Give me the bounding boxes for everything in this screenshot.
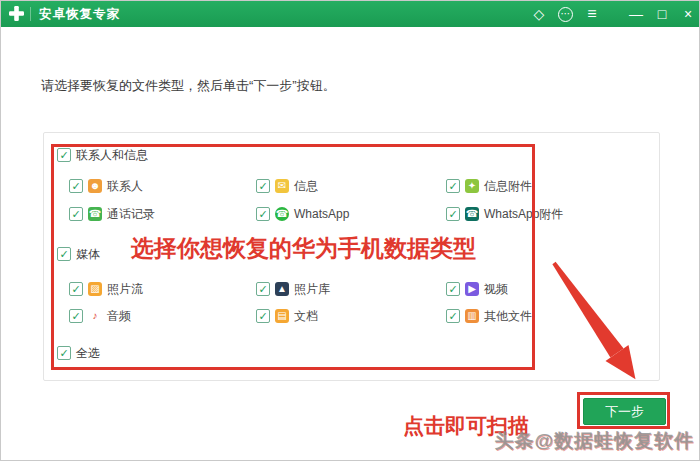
file-type-label: 照片流 xyxy=(107,281,143,298)
file-type-option-other-files[interactable]: ✓ ▥ 其他文件 xyxy=(446,308,532,324)
watermark: 头条@数据蛙恢复软件 xyxy=(494,428,694,454)
checkbox[interactable]: ✓ xyxy=(446,282,460,296)
checkbox[interactable]: ✓ xyxy=(256,282,270,296)
gem-icon[interactable]: ◇ xyxy=(532,1,546,27)
file-type-option-call-logs[interactable]: ✓ ☎ 通话记录 xyxy=(69,206,155,222)
check-icon: ✓ xyxy=(59,150,68,161)
checkbox[interactable]: ✓ xyxy=(69,179,83,193)
check-icon: ✓ xyxy=(258,284,267,295)
app-title: 安卓恢复专家 xyxy=(39,1,120,27)
check-icon: ✓ xyxy=(59,249,68,260)
check-icon: ✓ xyxy=(448,181,457,192)
message-icon: ✉ xyxy=(275,179,289,193)
file-type-label: 信息 xyxy=(294,178,318,195)
photo-stream-icon: ▨ xyxy=(88,282,102,296)
file-type-option-whatsapp[interactable]: ✓ ☎ WhatsApp xyxy=(256,206,349,222)
file-type-option-videos[interactable]: ✓ ▶ 视频 xyxy=(446,281,508,297)
next-button[interactable]: 下一步 xyxy=(583,398,666,425)
step-instruction: 请选择要恢复的文件类型，然后单击“下一步”按钮。 xyxy=(41,77,336,95)
check-icon: ✓ xyxy=(448,209,457,220)
close-button[interactable]: × xyxy=(681,1,695,27)
category-label: 媒体 xyxy=(76,246,100,263)
document-icon: ▤ xyxy=(275,309,289,323)
checkbox[interactable]: ✓ xyxy=(446,309,460,323)
file-type-label: 联系人 xyxy=(107,178,143,195)
app-logo-plus-icon xyxy=(8,5,25,22)
check-icon: ✓ xyxy=(258,311,267,322)
file-type-label: 其他文件 xyxy=(484,308,532,325)
maximize-button[interactable]: □ xyxy=(655,1,669,27)
titlebar-controls: ◇ ⋯ ≡ — □ × xyxy=(532,1,695,27)
check-icon: ✓ xyxy=(71,209,80,220)
file-type-label: 信息附件 xyxy=(484,178,532,195)
call-log-icon: ☎ xyxy=(88,207,102,221)
whatsapp-icon: ☎ xyxy=(275,207,289,221)
other-files-icon: ▥ xyxy=(465,309,479,323)
check-icon: ✓ xyxy=(71,311,80,322)
checkbox[interactable]: ✓ xyxy=(69,309,83,323)
photo-library-icon: ▲ xyxy=(275,282,289,296)
check-icon: ✓ xyxy=(258,181,267,192)
checkbox[interactable]: ✓ xyxy=(69,282,83,296)
select-all-option[interactable]: ✓ 全选 xyxy=(57,345,100,361)
file-type-option-contacts[interactable]: ✓ ☻ 联系人 xyxy=(69,178,143,194)
checkbox[interactable]: ✓ xyxy=(57,247,71,261)
menu-icon[interactable]: ≡ xyxy=(585,1,599,27)
checkbox[interactable]: ✓ xyxy=(446,179,460,193)
category-contacts-and-messages[interactable]: ✓ 联系人和信息 xyxy=(57,147,148,163)
file-type-label: 音频 xyxy=(107,308,131,325)
check-icon: ✓ xyxy=(71,284,80,295)
titlebar-separator xyxy=(30,7,31,21)
file-type-option-message-attachments[interactable]: ✓ ✦ 信息附件 xyxy=(446,178,532,194)
check-icon: ✓ xyxy=(71,181,80,192)
checkbox[interactable]: ✓ xyxy=(57,148,71,162)
category-label: 联系人和信息 xyxy=(76,147,148,164)
file-type-label: WhatsApp附件 xyxy=(484,206,563,223)
minimize-button[interactable]: — xyxy=(629,1,643,27)
app-window: 安卓恢复专家 ◇ ⋯ ≡ — □ × 请选择要恢复的文件类型，然后单击“下一步”… xyxy=(0,0,700,461)
check-icon: ✓ xyxy=(448,311,457,322)
file-type-label: WhatsApp xyxy=(294,207,349,221)
checkbox[interactable]: ✓ xyxy=(446,207,460,221)
video-icon: ▶ xyxy=(465,282,479,296)
file-type-option-photo-library[interactable]: ✓ ▲ 照片库 xyxy=(256,281,330,297)
checkbox[interactable]: ✓ xyxy=(256,207,270,221)
checkbox[interactable]: ✓ xyxy=(256,179,270,193)
checkbox[interactable]: ✓ xyxy=(57,346,71,360)
whatsapp-attachment-icon: ☎ xyxy=(465,207,479,221)
checkbox[interactable]: ✓ xyxy=(256,309,270,323)
annotation-panel-note: 选择你想恢复的华为手机数据类型 xyxy=(131,233,476,264)
file-type-option-photo-stream[interactable]: ✓ ▨ 照片流 xyxy=(69,281,143,297)
file-type-option-documents[interactable]: ✓ ▤ 文档 xyxy=(256,308,318,324)
file-type-option-whatsapp-attachments[interactable]: ✓ ☎ WhatsApp附件 xyxy=(446,206,563,222)
check-icon: ✓ xyxy=(448,284,457,295)
feedback-chat-icon[interactable]: ⋯ xyxy=(558,7,573,22)
check-icon: ✓ xyxy=(59,348,68,359)
check-icon: ✓ xyxy=(258,209,267,220)
file-type-label: 文档 xyxy=(294,308,318,325)
file-type-option-audio[interactable]: ✓ ♪ 音频 xyxy=(69,308,131,324)
category-media[interactable]: ✓ 媒体 xyxy=(57,246,100,262)
file-type-label: 通话记录 xyxy=(107,206,155,223)
checkbox[interactable]: ✓ xyxy=(69,207,83,221)
select-all-label: 全选 xyxy=(76,345,100,362)
file-type-label: 照片库 xyxy=(294,281,330,298)
contact-icon: ☻ xyxy=(88,179,102,193)
file-type-option-messages[interactable]: ✓ ✉ 信息 xyxy=(256,178,318,194)
titlebar: 安卓恢复专家 ◇ ⋯ ≡ — □ × xyxy=(1,1,700,27)
file-type-label: 视频 xyxy=(484,281,508,298)
message-attachment-icon: ✦ xyxy=(465,179,479,193)
audio-icon: ♪ xyxy=(88,309,102,323)
